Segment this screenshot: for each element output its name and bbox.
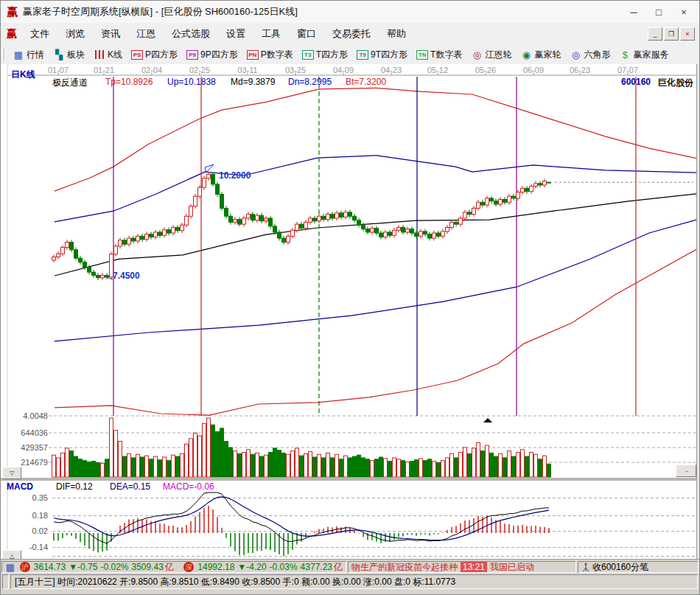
sh-index-change: ▼-0.75	[69, 562, 97, 572]
menu-item-5[interactable]: 设置	[218, 23, 253, 45]
window-title: 赢家老子时空周期系统[纵横版] - [巨化股份 SH600160-125日K线]	[23, 5, 298, 18]
app-logo-icon: 赢	[7, 5, 18, 19]
toolbar-item-8[interactable]: TNT数字表	[412, 49, 466, 61]
market-grid-icon[interactable]: ▦	[5, 562, 15, 572]
toolbar-item-9[interactable]: ◎江恩轮	[466, 49, 516, 61]
date-label: 02-25	[189, 66, 210, 74]
mdi-window-controls: _ ❐ ×	[648, 27, 695, 41]
period-label: 日K线	[11, 69, 35, 81]
toolbar-item-label: T四方形	[316, 49, 348, 61]
volume-pane-collapse-button[interactable]: ▽	[2, 467, 21, 479]
9p-square-icon: P9	[186, 50, 198, 60]
status-bar: ▦ 沪 3614.73 ▼-0.75 -0.02% 3509.43亿 深 149…	[1, 559, 699, 574]
menu-item-6[interactable]: 工具	[253, 23, 289, 45]
toolbar-item-1[interactable]: ▚板块	[49, 49, 89, 61]
menu-bar: 赢 文件浏览资讯江恩公式选股设置工具窗口交易委托帮助	[1, 23, 699, 46]
9t-square-icon: T9	[357, 50, 368, 60]
toolbar-item-4[interactable]: P99P四方形	[182, 49, 242, 61]
macd-axis-label: 0.35	[7, 493, 48, 502]
date-label: 05-12	[427, 66, 448, 74]
gridlines-layer	[1, 64, 696, 559]
toolbar-item-label: 六角形	[584, 49, 610, 61]
toolbar-item-label: T数字表	[430, 49, 462, 61]
date-label: 02-04	[141, 66, 162, 74]
kline-icon	[94, 49, 105, 60]
date-label: 06-23	[570, 66, 590, 74]
news-ticker[interactable]: 物生产的新冠疫苗今起接种 13:21 我国已启动	[348, 561, 576, 573]
window-bottom-edge	[1, 590, 699, 595]
toolbar-item-11[interactable]: ◎六角形	[565, 49, 615, 61]
mdi-minimize-button[interactable]: _	[648, 27, 662, 41]
date-label: 01-07	[48, 66, 69, 74]
news-headline-2: 我国已启动	[490, 561, 534, 573]
index-quotes-panel: ▦ 沪 3614.73 ▼-0.75 -0.02% 3509.43亿 深 149…	[1, 561, 346, 573]
mdi-restore-button[interactable]: ❐	[664, 27, 679, 41]
close-button[interactable]: ×	[671, 1, 696, 23]
channel-tp-value: Tp=10.8926	[105, 77, 153, 87]
candles-layer	[52, 164, 694, 422]
menu-item-0[interactable]: 文件	[22, 23, 57, 45]
toolbar-item-label: 赢家轮	[534, 49, 561, 61]
date-label: 04-23	[381, 66, 402, 74]
channel-md-value: Md=9.3879	[231, 77, 275, 87]
mdi-close-button[interactable]: ×	[680, 27, 695, 41]
toolbar-item-5[interactable]: PNP数字表	[242, 49, 298, 61]
toolbar-item-2[interactable]: K线	[89, 49, 127, 61]
menu-item-1[interactable]: 浏览	[57, 23, 93, 45]
sh-amount-unit: 亿	[165, 561, 174, 573]
sz-index-pct: -0.03%	[270, 562, 298, 572]
cycle-lines-layer	[113, 77, 636, 416]
date-label: 07-07	[617, 66, 638, 74]
winner-wheel-icon: ◉	[520, 49, 532, 60]
date-label: 03-25	[285, 66, 306, 74]
statusbar-grip[interactable]	[2, 574, 9, 589]
toolbar-item-label: K线	[108, 49, 122, 61]
antenna-icon	[581, 563, 590, 572]
channel-bt-value: Bt=7.3200	[346, 77, 386, 87]
volume-axis-label: 644036	[7, 428, 48, 437]
right-window-frame	[696, 64, 700, 559]
p-square-icon: PS	[131, 50, 143, 60]
volume-axis-label: 214679	[7, 458, 48, 467]
toolbar-item-10[interactable]: ◉赢家轮	[516, 49, 565, 61]
menu-item-2[interactable]: 资讯	[93, 23, 128, 45]
minimize-button[interactable]: ─	[621, 1, 646, 23]
channel-line-up	[55, 156, 696, 222]
toolbar-item-3[interactable]: PSP四方形	[127, 49, 182, 61]
toolbar-item-12[interactable]: $赢家服务	[615, 49, 673, 61]
shenzhen-exchange-icon: 深	[183, 562, 194, 572]
macd-pane-label: MACD	[7, 481, 33, 492]
menu-item-7[interactable]: 窗口	[289, 23, 324, 45]
chart-canvas[interactable]	[1, 64, 696, 559]
winner-service-icon: $	[619, 49, 631, 60]
toolbar-item-6[interactable]: T3T四方形	[298, 49, 352, 61]
menu-item-8[interactable]: 交易委托	[324, 23, 379, 45]
toolbar-item-label: 赢家服务	[633, 49, 668, 61]
sz-index-change: ▼-4.20	[237, 562, 266, 572]
stock-code: 600160	[621, 77, 651, 87]
peak-flag	[205, 164, 214, 173]
menu-item-9[interactable]: 帮助	[379, 23, 414, 45]
t-number-table-icon: TN	[416, 50, 428, 60]
menu-item-4[interactable]: 公式选股	[164, 23, 218, 45]
news-headline: 物生产的新冠疫苗今起接种	[351, 561, 458, 573]
toolbar-item-0[interactable]: ▦行情	[8, 49, 49, 61]
toolbar-item-label: P四方形	[145, 49, 178, 61]
menu-item-3[interactable]: 江恩	[128, 23, 164, 45]
tick-feed-panel[interactable]: 收600160分笔	[578, 561, 699, 573]
maximize-button[interactable]: □	[646, 1, 671, 23]
channel-label: 极反通道	[52, 77, 88, 89]
toolbar-separator	[4, 48, 5, 61]
toolbar-item-7[interactable]: T99T四方形	[352, 49, 412, 61]
stock-name: 巨化股份	[658, 77, 693, 89]
chart-region: 日K线 01-0701-2102-0402-2503-1103-2504-090…	[1, 64, 700, 559]
sh-index-value: 3614.73	[34, 562, 66, 572]
sh-index-pct: -0.02%	[100, 562, 128, 572]
toolbar-item-label: 板块	[67, 49, 85, 61]
quote-grid-icon: ▦	[13, 49, 24, 60]
scroll-right-button[interactable]: →	[676, 464, 696, 477]
app-window: 赢 赢家老子时空周期系统[纵横版] - [巨化股份 SH600160-125日K…	[0, 0, 700, 595]
sz-index-value: 14992.18	[197, 562, 234, 572]
macd-dif-value: DIF=0.12	[56, 481, 93, 492]
gann-wheel-icon: ◎	[471, 49, 483, 60]
